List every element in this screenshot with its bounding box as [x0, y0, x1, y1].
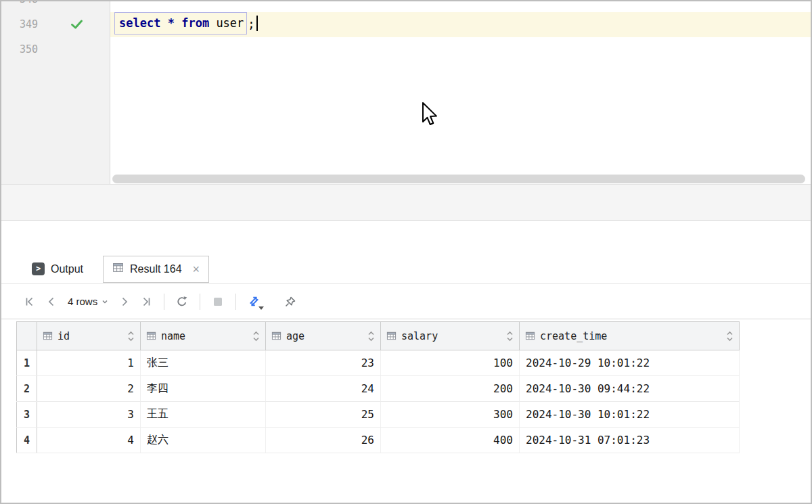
cell-age[interactable]: 26 [266, 428, 381, 453]
chevron-down-icon [102, 299, 108, 304]
column-label: name [161, 330, 185, 342]
cell-name[interactable]: 赵六 [141, 428, 266, 453]
corner-cell [17, 322, 37, 350]
table-row: 4 4 赵六 26 400 2024-10-31 07:01:23 [17, 428, 740, 453]
result-toolbar: 4 rows [1, 284, 811, 319]
tab-output[interactable]: > Output [23, 256, 92, 283]
close-tab-icon[interactable]: × [193, 265, 200, 274]
sql-table-identifier: user [216, 16, 244, 30]
code-line[interactable] [110, 37, 811, 62]
sql-editor: 348 349 350 select * from user; [1, 1, 811, 184]
last-page-button[interactable] [135, 292, 157, 311]
cell-name[interactable]: 张三 [141, 350, 266, 376]
column-label: id [58, 330, 70, 342]
cell-age[interactable]: 24 [266, 376, 381, 402]
sql-semicolon: ; [248, 18, 254, 31]
code-line[interactable] [110, 1, 811, 12]
table-grid-icon [43, 331, 53, 341]
cell-age[interactable]: 23 [266, 350, 381, 376]
cell-create-time[interactable]: 2024-10-30 09:44:22 [520, 376, 740, 402]
line-number: 348 [1, 1, 110, 12]
cell-name[interactable]: 王五 [141, 402, 266, 428]
cell-create-time[interactable]: 2024-10-30 10:01:22 [520, 402, 740, 428]
line-number: 349 [1, 12, 110, 37]
editor-bottom-band [1, 184, 811, 221]
results-tool-window: > Output Result 164 × 4 rows [1, 221, 811, 503]
row-number[interactable]: 2 [17, 376, 37, 402]
column-header-id[interactable]: id [37, 322, 141, 350]
table-icon [112, 262, 124, 276]
pin-tab-button[interactable] [279, 292, 301, 311]
cell-salary[interactable]: 300 [381, 402, 520, 428]
compare-data-button[interactable] [243, 292, 265, 311]
chevron-down-icon [258, 306, 264, 310]
row-number[interactable]: 4 [17, 428, 37, 453]
cell-salary[interactable]: 400 [381, 428, 520, 453]
toolbar-separator [164, 294, 164, 310]
row-number[interactable]: 1 [17, 350, 37, 376]
current-code-line[interactable]: select * from user; [110, 12, 811, 37]
code-area[interactable]: select * from user; [110, 1, 811, 184]
sort-icon [127, 330, 135, 342]
gutter-line: 348 [1, 1, 110, 12]
first-page-button[interactable] [19, 292, 41, 311]
page-size-selector[interactable]: 4 rows [62, 292, 114, 311]
cell-salary[interactable]: 100 [381, 350, 520, 376]
reload-button[interactable] [171, 292, 193, 311]
column-header-name[interactable]: name [141, 322, 266, 350]
sort-icon [506, 330, 514, 342]
sort-icon [252, 330, 260, 342]
toolbar-separator [235, 294, 236, 310]
previous-page-button[interactable] [41, 292, 62, 311]
sort-icon [367, 330, 375, 342]
sql-keyword: from [181, 16, 209, 30]
table-row: 1 1 张三 23 100 2024-10-29 10:01:22 [17, 350, 740, 376]
ide-window: 348 349 350 select * from user; [0, 0, 812, 504]
line-number: 350 [1, 37, 110, 62]
cell-id[interactable]: 4 [37, 428, 141, 453]
cell-id[interactable]: 1 [37, 350, 141, 376]
cell-salary[interactable]: 200 [381, 376, 520, 402]
sql-star: * [168, 16, 175, 30]
cell-create-time[interactable]: 2024-10-31 07:01:23 [520, 428, 740, 453]
table-grid-icon [146, 331, 156, 341]
tab-output-label: Output [51, 263, 83, 275]
table-row: 2 2 李四 24 200 2024-10-30 09:44:22 [17, 376, 740, 402]
row-number[interactable]: 3 [17, 402, 37, 428]
toolbar-separator [200, 294, 200, 310]
console-icon: > [32, 262, 45, 275]
stop-button[interactable] [207, 292, 229, 311]
text-caret [256, 16, 258, 31]
column-header-create-time[interactable]: create_time [520, 322, 740, 350]
table-grid-icon [386, 331, 397, 341]
result-tabs-row: > Output Result 164 × [1, 254, 811, 284]
cell-age[interactable]: 25 [266, 402, 381, 428]
gutter-line: 350 [1, 37, 110, 62]
sql-keyword: select [119, 16, 160, 30]
column-label: salary [401, 330, 438, 342]
rows-count-label: 4 rows [68, 296, 97, 307]
column-label: age [286, 330, 304, 342]
cell-name[interactable]: 李四 [141, 376, 266, 402]
column-header-salary[interactable]: salary [381, 322, 520, 350]
tab-result-label: Result 164 [130, 263, 182, 275]
column-header-age[interactable]: age [266, 322, 381, 350]
sort-icon [726, 330, 734, 342]
table-grid-icon [525, 331, 535, 341]
cell-id[interactable]: 3 [37, 402, 141, 428]
statement-highlight-box: select * from user [114, 12, 247, 35]
next-page-button[interactable] [114, 292, 135, 311]
editor-gutter: 348 349 350 [1, 1, 110, 184]
horizontal-scrollbar[interactable] [112, 175, 805, 183]
column-label: create_time [540, 330, 607, 342]
table-grid-icon [271, 331, 281, 341]
gutter-line: 349 [1, 12, 110, 37]
header-row: id name [17, 322, 740, 350]
cell-id[interactable]: 2 [37, 376, 141, 402]
cell-create-time[interactable]: 2024-10-29 10:01:22 [520, 350, 740, 376]
table-row: 3 3 王五 25 300 2024-10-30 10:01:22 [17, 402, 740, 428]
tab-result-164[interactable]: Result 164 × [103, 256, 209, 283]
result-grid: id name [16, 321, 811, 453]
statement-executed-check-icon[interactable] [70, 19, 83, 32]
